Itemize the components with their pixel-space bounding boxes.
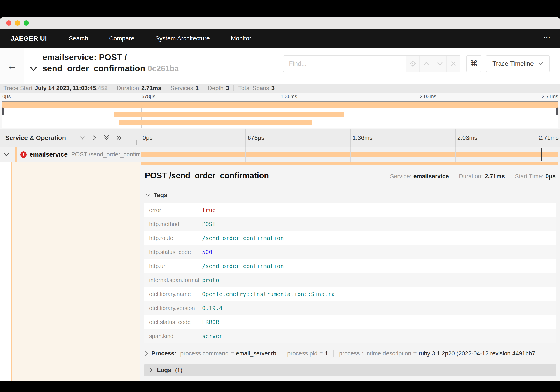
tick-label: 1.36ms [350, 134, 372, 141]
summary-item-duration: Duration2.71ms [117, 85, 161, 92]
minimize-window-button[interactable] [15, 20, 20, 26]
nav-item-compare[interactable]: Compare [109, 35, 134, 42]
span-detail-title: POST /send_order_confirmation [145, 171, 269, 180]
nav-item-monitor[interactable]: Monitor [231, 35, 251, 42]
summary-value: 1 [195, 85, 199, 92]
trace-view-dropdown[interactable]: Trace Timeline [486, 55, 550, 72]
divider [510, 173, 510, 180]
double-chevron-down-icon [103, 135, 110, 141]
tag-value: true [202, 207, 216, 213]
keyboard-shortcuts-button[interactable]: ⌘ [466, 55, 481, 72]
window-titlebar [0, 17, 560, 29]
tick-label: 0μs [2, 94, 11, 100]
process-key: process.runtime.description [339, 350, 411, 357]
back-button[interactable]: ← [0, 48, 24, 84]
summary-value-muted: .452 [96, 85, 108, 92]
span-detail-main: POST /send_order_confirmation Service: e… [140, 162, 560, 381]
app-window: JAEGER UI SearchCompareSystem Architectu… [0, 17, 560, 381]
nav-item-search[interactable]: Search [69, 35, 88, 42]
expand-all-button[interactable] [116, 135, 122, 141]
top-nav: JAEGER UI SearchCompareSystem Architectu… [0, 29, 560, 48]
next-result-button[interactable] [433, 56, 447, 72]
process-key: process.pid [287, 350, 317, 357]
find-input[interactable] [283, 56, 406, 72]
timeline-minimap[interactable] [2, 101, 558, 128]
summary-value: 2.71ms [141, 85, 161, 92]
logs-section-toggle[interactable]: Logs (1) [144, 364, 557, 376]
process-section-toggle[interactable]: Process: process.command=email_server.rb… [144, 350, 557, 357]
double-chevron-right-icon [116, 135, 122, 141]
prev-result-button[interactable] [419, 56, 433, 72]
tag-row-otel-library-name[interactable]: otel.library.nameOpenTelemetry::Instrume… [144, 287, 556, 301]
nav-overflow-icon[interactable]: ⋯ [543, 33, 551, 41]
find-toolbar: ⌘ Trace Timeline [283, 55, 550, 72]
close-icon [451, 61, 456, 67]
tag-row-otel-library-version[interactable]: otel.library.version0.19.4 [144, 301, 556, 315]
command-icon: ⌘ [470, 59, 478, 69]
focus-match-button[interactable] [406, 56, 419, 72]
tag-value: /send_order_confirmation [202, 263, 284, 269]
span-collapse-toggle[interactable] [3, 152, 10, 157]
span-detail-header: POST /send_order_confirmation Service: e… [144, 168, 557, 186]
tag-key: otel.status_code [144, 319, 202, 325]
column-resize-grip[interactable] [135, 140, 137, 145]
span-detail-left-fill [12, 162, 140, 381]
expand-one-button[interactable] [92, 135, 97, 141]
tag-key: otel.library.name [144, 291, 202, 298]
tags-section-toggle[interactable]: Tags [145, 192, 557, 199]
process-value: ruby 3.1.2p20 (2022-04-12 revision 4491b… [419, 350, 541, 357]
tag-key: span.kind [144, 333, 202, 340]
nav-item-system-architecture[interactable]: System Architecture [155, 35, 210, 42]
span-row-label: ! emailservice POST /send_order_confirma… [0, 147, 140, 162]
tags-section-label: Tags [154, 192, 167, 199]
divider [454, 173, 454, 180]
equals-sign: = [230, 350, 234, 357]
tag-row-otel-status-code[interactable]: otel.status_codeERROR [144, 315, 556, 329]
summary-value: July 14 2023, 11:03:45 [35, 85, 96, 92]
span-duration-bar[interactable] [141, 152, 558, 157]
span-row[interactable]: ! emailservice POST /send_order_confirma… [0, 147, 560, 162]
tick-label: 2.03ms [419, 94, 436, 100]
span-service-name: emailservice [30, 151, 68, 158]
tag-row-http-status-code[interactable]: http.status_code500 [144, 245, 556, 259]
minimap-tick-labels: 0μs678μs1.36ms2.03ms2.71ms [2, 94, 558, 100]
trace-collapse-toggle[interactable] [29, 66, 38, 72]
chevron-right-icon [144, 351, 149, 356]
tag-row-http-url[interactable]: http.url/send_order_confirmation [144, 259, 556, 273]
collapse-all-button[interactable] [103, 135, 110, 141]
tag-row-internal-span-format[interactable]: internal.span.formatproto [144, 273, 556, 287]
summary-value: 3 [226, 85, 229, 92]
span-gantt-area[interactable] [140, 147, 560, 162]
tag-row-http-method[interactable]: http.methodPOST [144, 217, 556, 231]
gridline [455, 147, 456, 162]
chevron-right-icon [92, 135, 97, 141]
logs-section-label: Logs [157, 367, 171, 374]
logs-count: (1) [175, 367, 182, 374]
tick-label: 2.71ms [539, 134, 560, 141]
timeline-header-row: Service & Operation 0μs678μs1.36ms2.03ms… [0, 129, 560, 147]
summary-label: Duration [117, 85, 139, 92]
tag-row-http-route[interactable]: http.route/send_order_confirmation [144, 231, 556, 245]
minimap-span-bar [2, 102, 558, 108]
process-value: 1 [325, 350, 328, 357]
collapse-one-button[interactable] [80, 135, 86, 141]
clear-find-button[interactable] [447, 56, 460, 72]
span-detail-row: POST /send_order_confirmation Service: e… [0, 162, 560, 381]
jaeger-brand[interactable]: JAEGER UI [10, 35, 47, 42]
process-item-process-command: process.command=email_server.rb [180, 350, 276, 357]
tag-value: /send_order_confirmation [202, 235, 284, 241]
summary-item-depth: Depth3 [208, 85, 229, 92]
tag-value: server [202, 333, 222, 339]
summary-label: Depth [208, 85, 224, 92]
span-color-stripe [15, 147, 17, 162]
tag-row-span-kind[interactable]: span.kindserver [144, 329, 556, 343]
tag-value: POST [202, 221, 216, 227]
nav-menu: SearchCompareSystem ArchitectureMonitor [69, 35, 251, 42]
chevron-right-icon [149, 367, 153, 373]
summary-item-total-spans: Total Spans3 [238, 85, 275, 92]
tag-row-error[interactable]: errortrue [144, 203, 556, 217]
close-window-button[interactable] [6, 20, 11, 26]
minimap-span-bar [113, 111, 344, 117]
maximize-window-button[interactable] [24, 20, 29, 26]
chevron-down-icon [29, 66, 38, 72]
